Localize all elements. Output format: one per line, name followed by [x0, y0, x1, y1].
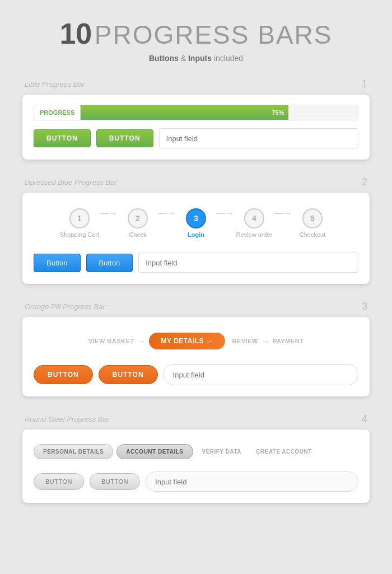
step-1-circle: 1 [69, 208, 90, 228]
step-4: 4 Review order [232, 208, 277, 238]
section-2-name: Dpressed Blue Progress Bar [25, 178, 117, 186]
section-1-header: Little Progress Bar 1 [22, 78, 370, 90]
steel-step-3: VERIFY DATA [197, 445, 248, 459]
progress-fill: 75% [81, 105, 288, 120]
pill-steps-row: VIEW BASKET → MY DETAILS → REVIEW → PAYM… [34, 327, 358, 355]
card-1: PROGRESS 75% BUTTON BUTTON [22, 95, 370, 160]
section-4-name: Round Steel Progress Bar [25, 415, 109, 423]
card-4: PERSONAL DETAILS ACCOUNT DETAILS VERIFY … [22, 430, 370, 503]
title-number: 10 [59, 17, 92, 50]
page-subtitle: Buttons & Inputs included [22, 54, 370, 63]
step-3-label: Login [188, 231, 204, 238]
controls-row-2: Button Button [34, 253, 358, 273]
card2-button2[interactable]: Button [86, 254, 133, 272]
step-2-label: Check [129, 231, 146, 238]
step-5: 5 Checkout [290, 208, 335, 238]
step-2-circle: 2 [128, 208, 148, 228]
step-5-label: Checkout [300, 231, 325, 238]
section-3-name: Orange Pill Progress Bar [25, 302, 105, 311]
section-4-header: Round Steel Progress Bar 4 [22, 413, 370, 425]
pill-arrow-1: → [138, 337, 146, 346]
card1-input[interactable] [159, 128, 358, 148]
page-title: 10 PROGRESS BARS [22, 17, 370, 50]
step-1-label: Shopping Cart [60, 231, 99, 238]
card3-input[interactable] [164, 364, 358, 385]
subtitle-bold1: Buttons [149, 54, 179, 63]
card1-button1[interactable]: BUTTON [34, 129, 91, 147]
controls-row-4: BUTTON BUTTON [34, 472, 358, 492]
card3-button2[interactable]: BUTTON [99, 365, 158, 384]
card-3: VIEW BASKET → MY DETAILS → REVIEW → PAYM… [22, 317, 370, 396]
step-3: 3 Login [174, 208, 218, 238]
steps-row-2: 1 Shopping Cart —→ 2 Check —→ 3 Login —→… [34, 203, 358, 244]
pill-step-2: MY DETAILS → [149, 333, 226, 349]
steel-steps-row: PERSONAL DETAILS ACCOUNT DETAILS VERIFY … [34, 440, 358, 464]
steel-step-4: CREATE ACCOUNT [250, 445, 318, 459]
card2-button1[interactable]: Button [34, 254, 81, 272]
step-5-circle: 5 [302, 208, 323, 228]
section-3-header: Orange Pill Progress Bar 3 [22, 301, 370, 312]
controls-row-3: BUTTON BUTTON [34, 364, 358, 385]
step-4-circle: 4 [244, 208, 264, 228]
steel-step-1[interactable]: PERSONAL DETAILS [34, 444, 113, 459]
progress-label: PROGRESS [34, 105, 81, 120]
section-3-num: 3 [362, 301, 367, 312]
card-2: 1 Shopping Cart —→ 2 Check —→ 3 Login —→… [22, 193, 370, 284]
section-4-num: 4 [362, 413, 367, 425]
step-4-label: Review order [236, 231, 273, 238]
section-2-num: 2 [362, 176, 367, 188]
section-1-name: Little Progress Bar [25, 80, 85, 88]
pill-step-4: PAYMENT [273, 338, 304, 344]
progress-bar-1: PROGRESS 75% [34, 105, 358, 120]
step-1: 1 Shopping Cart [57, 208, 102, 238]
card2-input[interactable] [138, 253, 358, 273]
title-text: PROGRESS BARS [95, 20, 333, 49]
progress-pct: 75% [272, 109, 284, 116]
controls-row-1: BUTTON BUTTON [34, 128, 358, 148]
pill-step-3: REVIEW [232, 338, 258, 344]
card3-button1[interactable]: BUTTON [34, 365, 93, 384]
step-2: 2 Check [115, 208, 160, 238]
steel-step-2[interactable]: ACCOUNT DETAILS [116, 444, 193, 459]
subtitle-bold2: Inputs [188, 54, 212, 63]
pill-arrow-3: → [262, 337, 269, 346]
card4-button1[interactable]: BUTTON [34, 473, 84, 490]
section-2-header: Dpressed Blue Progress Bar 2 [22, 176, 370, 188]
step-3-circle: 3 [186, 208, 206, 228]
card4-button2[interactable]: BUTTON [90, 473, 140, 490]
progress-track: 75% [81, 105, 358, 120]
pill-step-1: VIEW BASKET [88, 338, 134, 344]
card1-button2[interactable]: BUTTON [96, 129, 153, 147]
card4-input[interactable] [146, 472, 358, 492]
section-1-num: 1 [362, 78, 367, 90]
